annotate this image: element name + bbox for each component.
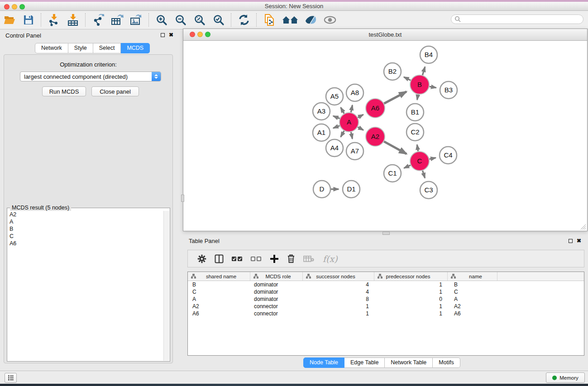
save-session-icon[interactable] bbox=[22, 14, 35, 26]
graph-edge-A-A2[interactable] bbox=[358, 127, 363, 130]
network-window-titlebar[interactable]: testGlobe.txt bbox=[183, 29, 587, 41]
table-float-panel-icon[interactable] bbox=[569, 239, 573, 243]
tab-edge-table[interactable]: Edge Table bbox=[344, 357, 385, 368]
graph-edge-A6-B[interactable] bbox=[384, 91, 406, 103]
tab-motifs[interactable]: Motifs bbox=[433, 357, 460, 368]
table-row[interactable]: A2connector11A2 bbox=[188, 303, 584, 310]
table-panel-title: Table Panel bbox=[189, 238, 220, 244]
graph-node-label: A4 bbox=[330, 144, 339, 152]
show-hide-icon[interactable] bbox=[324, 14, 336, 26]
table-row[interactable]: Cdominator41C bbox=[188, 288, 584, 295]
memory-button[interactable]: Memory bbox=[546, 372, 585, 383]
graph-edge-A2-C[interactable] bbox=[384, 142, 406, 154]
graph-edge-A-A1[interactable] bbox=[333, 126, 339, 128]
column-header-name[interactable]: name bbox=[448, 272, 497, 281]
graph-edge-A-A7[interactable] bbox=[351, 132, 352, 139]
home-icon[interactable] bbox=[282, 14, 298, 26]
table-close-panel-icon[interactable]: ✖ bbox=[577, 238, 581, 243]
table-cell: A bbox=[448, 296, 497, 302]
table-cell: 1 bbox=[374, 303, 448, 310]
table-cell: dominator bbox=[250, 281, 303, 288]
mcds-result-item[interactable]: A6 bbox=[8, 240, 163, 247]
add-column-icon[interactable] bbox=[270, 254, 279, 263]
column-header-shared-name[interactable]: shared name bbox=[188, 272, 250, 281]
node-table-header: shared nameMCDS rolesuccessor nodesprede… bbox=[188, 272, 584, 281]
export-network-icon[interactable] bbox=[92, 14, 105, 26]
left-sash-handle[interactable] bbox=[181, 195, 184, 202]
mcds-result-title: MCDS result (5 nodes) bbox=[10, 205, 71, 211]
graph-edge-B-B2[interactable] bbox=[404, 77, 411, 80]
refresh-icon[interactable] bbox=[238, 14, 250, 26]
search-field[interactable] bbox=[451, 14, 583, 24]
settings-icon[interactable] bbox=[197, 254, 206, 263]
delete-table-icon[interactable] bbox=[303, 255, 314, 262]
tab-select[interactable]: Select bbox=[93, 43, 121, 53]
tab-mcds[interactable]: MCDS bbox=[121, 43, 150, 53]
control-panel-tabs: NetworkStyleSelectMCDS bbox=[35, 43, 150, 53]
graph-node-label: D bbox=[320, 185, 325, 193]
duplicate-network-icon[interactable] bbox=[263, 14, 276, 26]
graph-node-label: C4 bbox=[444, 151, 452, 159]
zoom-fit-icon[interactable] bbox=[193, 14, 206, 26]
table-row[interactable]: Adominator80A bbox=[188, 295, 584, 303]
graph-edge-B-B4[interactable] bbox=[422, 67, 425, 75]
column-header-predecessor-nodes[interactable]: predecessor nodes bbox=[374, 272, 448, 281]
table-tabs: Node TableEdge TableNetwork TableMotifs bbox=[303, 357, 460, 368]
mcds-result-item[interactable]: A2 bbox=[8, 211, 163, 218]
table-row[interactable]: A6connector11A6 bbox=[188, 310, 584, 317]
mcds-result-scrollbar[interactable] bbox=[163, 211, 169, 361]
run-mcds-button[interactable]: Run MCDS bbox=[42, 86, 86, 96]
graph-edge-A-A5[interactable] bbox=[341, 107, 344, 113]
zoom-out-icon[interactable] bbox=[174, 14, 187, 26]
graph-edge-A-A6[interactable] bbox=[358, 114, 363, 117]
mcds-result-item[interactable]: C bbox=[8, 233, 163, 240]
float-panel-icon[interactable] bbox=[161, 33, 165, 37]
table-cell: 1 bbox=[303, 303, 374, 310]
table-cell: 1 bbox=[374, 281, 448, 288]
import-table-icon[interactable] bbox=[67, 14, 79, 26]
graph-edge-A-A3[interactable] bbox=[333, 116, 339, 119]
node-table[interactable]: shared nameMCDS rolesuccessor nodesprede… bbox=[187, 272, 584, 356]
split-view-icon[interactable] bbox=[215, 254, 224, 263]
delete-columns-icon[interactable] bbox=[287, 254, 295, 263]
task-history-button[interactable] bbox=[5, 373, 17, 383]
table-cell: A6 bbox=[448, 310, 497, 317]
mcds-result-item[interactable]: B bbox=[8, 225, 163, 233]
zoom-selected-icon[interactable] bbox=[212, 14, 225, 26]
bottom-sash-handle[interactable] bbox=[382, 232, 390, 235]
tab-style[interactable]: Style bbox=[68, 43, 93, 53]
export-table-icon[interactable] bbox=[111, 14, 124, 26]
close-panel-button[interactable]: Close panel bbox=[91, 86, 139, 96]
function-builder-icon[interactable]: f(x) bbox=[323, 254, 338, 264]
export-image-icon[interactable] bbox=[130, 14, 143, 26]
style-preview-icon[interactable] bbox=[305, 14, 317, 26]
optimization-criterion-dropdown[interactable]: largest connected component (directed) bbox=[20, 71, 161, 81]
session-title: Session: New Session bbox=[0, 3, 588, 10]
deselect-all-columns-icon[interactable] bbox=[251, 256, 262, 262]
graph-edge-A-A4[interactable] bbox=[341, 131, 344, 137]
graph-edge-C-C2[interactable] bbox=[417, 145, 418, 152]
select-all-columns-icon[interactable] bbox=[232, 256, 243, 262]
tab-network[interactable]: Network bbox=[35, 43, 68, 53]
search-input[interactable] bbox=[461, 16, 583, 23]
graph-edge-C-C3[interactable] bbox=[423, 171, 425, 178]
zoom-in-icon[interactable] bbox=[155, 14, 168, 26]
mcds-result-item[interactable]: A bbox=[8, 218, 163, 225]
graph-edge-C-C1[interactable] bbox=[404, 165, 411, 168]
column-header-MCDS-role[interactable]: MCDS role bbox=[250, 272, 303, 281]
network-graph[interactable]: B4B2BB3A8A5A6A3B1AC2A1A2A4A7C4CC1DD1C3 bbox=[183, 40, 587, 231]
tab-network-table[interactable]: Network Table bbox=[385, 357, 433, 368]
resize-grip-icon[interactable] bbox=[580, 224, 586, 230]
column-header-successor-nodes[interactable]: successor nodes bbox=[303, 272, 374, 281]
close-panel-icon[interactable]: ✖ bbox=[169, 33, 173, 37]
graph-node-label: A2 bbox=[371, 133, 379, 140]
import-network-icon[interactable] bbox=[48, 14, 60, 26]
open-session-icon[interactable] bbox=[3, 14, 16, 26]
graph-edge-B-B1[interactable] bbox=[417, 95, 418, 100]
table-row[interactable]: Bdominator41B bbox=[188, 281, 584, 288]
graph-edge-A-A8[interactable] bbox=[351, 105, 352, 112]
graph-node-label: B2 bbox=[388, 67, 397, 75]
graph-edge-C-C4[interactable] bbox=[430, 158, 436, 159]
tab-node-table[interactable]: Node Table bbox=[303, 357, 344, 368]
graph-edge-B-B3[interactable] bbox=[430, 86, 436, 88]
